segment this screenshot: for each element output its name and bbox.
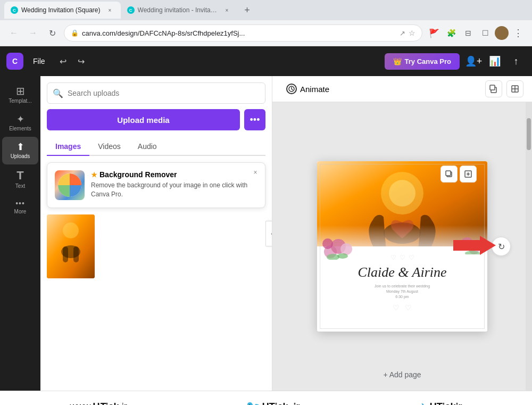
sidebar-item-text[interactable]: T Text — [2, 164, 38, 194]
tooltip-close-button[interactable]: × — [250, 167, 261, 178]
wedding-design: ♡ ♡ ♡ Claide & Airine Join us to celebra… — [317, 161, 487, 332]
search-icon: 🔍 — [53, 88, 63, 98]
design-canvas[interactable]: ♡ ♡ ♡ Claide & Airine Join us to celebra… — [317, 161, 487, 332]
extension-btn-2[interactable]: 🧩 — [444, 26, 459, 40]
browser-tab-2[interactable]: C Wedding invitation - Invitation ( × — [121, 2, 238, 19]
watermark-bar: www.UTick.ir 🐦 UTick_ir ✈ UTickir — [0, 391, 532, 405]
couple-names: Claide & Airine — [358, 265, 446, 280]
tab-title-1: Wedding Invitation (Square) — [21, 6, 101, 14]
canva-logo[interactable]: C — [6, 53, 23, 70]
tab-images[interactable]: Images — [47, 138, 89, 156]
svg-point-22 — [327, 254, 339, 260]
add-collaborator-button[interactable]: 👤+ — [464, 52, 483, 71]
share-icon: ↗ — [400, 29, 405, 37]
add-element-canvas-button[interactable] — [460, 166, 477, 183]
heart-icon-left: ♡ — [390, 254, 396, 261]
profile-avatar[interactable] — [495, 26, 509, 40]
animate-label: Animate — [300, 85, 329, 94]
image-grid — [47, 214, 265, 278]
try-pro-button[interactable]: 👑 Try Canva Pro — [385, 53, 460, 70]
forward-button[interactable]: → — [26, 26, 40, 40]
search-input[interactable] — [68, 89, 260, 97]
browser-tab-1[interactable]: C Wedding Invitation (Square) × — [4, 2, 121, 19]
add-frame-btn[interactable] — [506, 80, 523, 97]
wedding-bottom: ♡ ♡ ♡ Claide & Airine Join us to celebra… — [317, 246, 487, 332]
tooltip-body: Remove the background of your image in o… — [91, 181, 257, 199]
canvas-action-buttons — [440, 166, 477, 183]
copy-icon-btn[interactable] — [485, 80, 502, 97]
animate-button[interactable]: Animate — [281, 80, 335, 97]
address-bar[interactable]: 🔒 canva.com/design/DAFCcNAp-8s/srCfhdpel… — [64, 24, 422, 42]
upload-media-button[interactable]: Upload media — [47, 109, 240, 130]
canvas-scrollbar[interactable] — [526, 102, 532, 391]
more-label: More — [14, 209, 27, 214]
reload-button[interactable]: ↻ — [45, 26, 60, 40]
upload-more-button[interactable]: ••• — [244, 109, 265, 130]
heart-icon-center: ♡ — [400, 254, 405, 261]
uploads-panel: 🔍 Upload media ••• Images Videos Audio — [40, 76, 272, 391]
canvas-area: Animate — [272, 76, 532, 391]
telegram-icon: ✈ — [419, 401, 428, 406]
canva-app: C File ↩ ↪ 👑 Try Canva Pro 👤+ 📊 ↑ ⊞ Temp… — [0, 46, 532, 391]
search-bar: 🔍 — [47, 82, 265, 104]
canva-header: C File ↩ ↪ 👑 Try Canva Pro 👤+ 📊 ↑ — [0, 46, 532, 76]
sidebar-item-templates[interactable]: ⊞ Templat... — [2, 80, 38, 109]
new-tab-button[interactable]: + — [240, 3, 255, 18]
svg-rect-8 — [490, 85, 495, 90]
heart-icon-right: ♡ — [409, 254, 414, 261]
tab-audio[interactable]: Audio — [129, 138, 165, 156]
menu-button[interactable]: ⋮ — [511, 26, 526, 40]
canvas-scroll-area[interactable]: ♡ ♡ ♡ Claide & Airine Join us to celebra… — [272, 102, 532, 391]
header-right-actions: 👤+ 📊 ↑ — [464, 52, 526, 71]
text-icon: T — [16, 170, 23, 181]
twitter-watermark: 🐦 UTick_ir — [246, 400, 300, 406]
back-button[interactable]: ← — [6, 26, 21, 40]
uploads-label: Uploads — [11, 153, 30, 159]
sidebar-item-elements[interactable]: ✦ Elements — [2, 109, 38, 137]
main-content: ⊞ Templat... ✦ Elements ⬆ Uploads T Text… — [0, 76, 532, 391]
address-text: canva.com/design/DAFCcNAp-8s/srCfhdpelez… — [82, 29, 396, 37]
undo-button[interactable]: ↩ — [55, 53, 72, 70]
twitter-bird-icon: 🐦 — [246, 400, 260, 406]
try-pro-label: Try Canva Pro — [405, 57, 451, 65]
upload-button-row: Upload media ••• — [47, 109, 265, 130]
tab-close-1[interactable]: × — [106, 6, 114, 14]
more-icon: ••• — [15, 200, 25, 207]
extension-btn-4[interactable]: ☐ — [478, 26, 493, 40]
extension-btn-3[interactable]: ⊟ — [461, 26, 476, 40]
tab-close-2[interactable]: × — [223, 6, 231, 14]
svg-rect-3 — [63, 246, 68, 262]
telegram-watermark: ✈ UTickir — [419, 401, 462, 406]
bottom-heart-1: ♡ — [393, 303, 400, 312]
add-page-area: + Add page — [376, 363, 428, 386]
file-menu[interactable]: File — [28, 54, 51, 69]
bottom-heart-2: ♡ — [405, 303, 412, 312]
extension-btn-1[interactable]: 🚩 — [427, 26, 442, 40]
media-tabs: Images Videos Audio — [47, 138, 265, 156]
sidebar-item-more[interactable]: ••• More — [2, 194, 38, 220]
analytics-button[interactable]: 📊 — [485, 52, 504, 71]
text-label: Text — [15, 183, 25, 189]
templates-label: Templat... — [9, 98, 31, 104]
add-page-button[interactable]: + Add page — [376, 363, 428, 386]
svg-point-26 — [465, 251, 480, 254]
svg-rect-28 — [446, 171, 451, 176]
bottom-hearts: ♡ ♡ — [393, 303, 412, 312]
wedding-details: Join us to celebrate their wedding Monda… — [375, 284, 430, 299]
browser-chrome: C Wedding Invitation (Square) × C Weddin… — [0, 0, 532, 46]
browser-bar-actions: 🚩 🧩 ⊟ ☐ ⋮ — [427, 26, 526, 40]
tab-title-2: Wedding invitation - Invitation ( — [138, 6, 218, 14]
tab-videos[interactable]: Videos — [89, 138, 129, 156]
elements-label: Elements — [9, 126, 31, 131]
icon-sidebar: ⊞ Templat... ✦ Elements ⬆ Uploads T Text… — [0, 76, 40, 391]
image-thumbnail[interactable] — [47, 214, 95, 278]
redo-button[interactable]: ↪ — [73, 53, 90, 70]
sidebar-item-uploads[interactable]: ⬆ Uploads — [2, 137, 38, 164]
elements-icon: ✦ — [16, 114, 24, 124]
panel-collapse-button[interactable]: ‹ — [265, 221, 272, 246]
animate-circle-icon — [286, 84, 297, 94]
share-button[interactable]: ↑ — [506, 52, 526, 71]
refresh-button[interactable]: ↻ — [492, 237, 511, 256]
uploads-icon: ⬆ — [16, 142, 24, 152]
duplicate-canvas-button[interactable] — [440, 166, 458, 183]
